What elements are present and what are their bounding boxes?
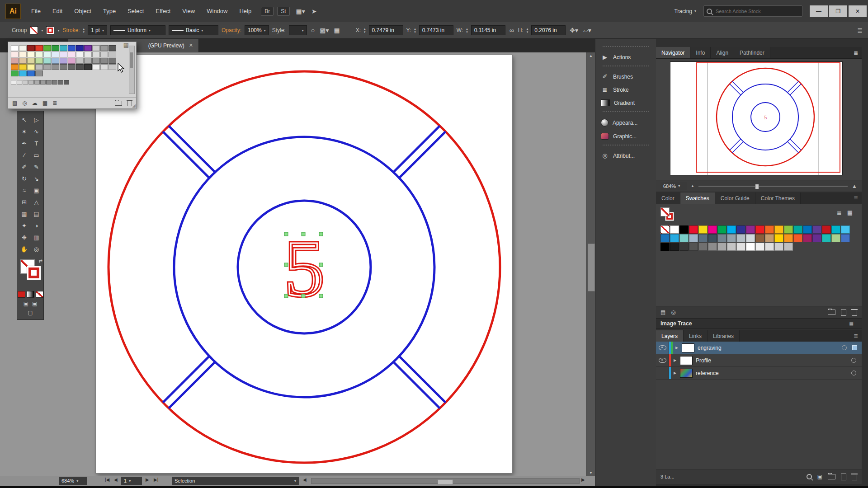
rectangle-tool[interactable]: ▭	[30, 149, 42, 161]
popup-options-icon[interactable]: ▦	[123, 42, 129, 48]
swatch[interactable]	[92, 52, 100, 57]
new-sublayer-icon[interactable]	[828, 474, 835, 479]
swatch[interactable]	[679, 234, 689, 242]
swatch[interactable]	[774, 225, 783, 234]
shear-icon[interactable]: ▱▾	[583, 27, 591, 34]
swatch[interactable]	[736, 225, 745, 234]
zoom-level-select[interactable]: 684%▾	[59, 477, 87, 485]
color-button[interactable]	[18, 291, 25, 298]
delete-swatch-icon[interactable]	[127, 101, 132, 106]
layer-target-icon[interactable]	[851, 371, 856, 375]
swatch[interactable]	[76, 45, 84, 51]
transform-options-icon[interactable]: ✥▾	[570, 27, 578, 34]
swatch[interactable]	[52, 58, 59, 64]
zoom-in-icon[interactable]: ▲	[852, 183, 857, 189]
popup-scrollbar-thumb[interactable]	[130, 52, 133, 68]
list-view-icon[interactable]: ≣	[837, 209, 842, 216]
swatch[interactable]	[43, 64, 51, 70]
menu-window[interactable]: Window	[201, 8, 233, 14]
swatch[interactable]	[92, 58, 100, 64]
swatches-tab-color-themes[interactable]: Color Themes	[755, 192, 801, 204]
swatch[interactable]	[774, 243, 783, 251]
swatch[interactable]	[40, 80, 46, 84]
dock-gradient[interactable]: Gradient	[595, 96, 656, 109]
color-themes-icon[interactable]: ◎	[671, 309, 675, 315]
stock-button[interactable]: St	[277, 7, 289, 16]
h-field[interactable]: 0.2076 in	[531, 25, 566, 35]
scroll-right-icon[interactable]: ▶	[581, 477, 585, 482]
fill-proxy-icon[interactable]	[660, 207, 670, 216]
stroke-weight-spinner[interactable]: ▴▾	[83, 27, 85, 33]
swatch[interactable]	[17, 80, 22, 84]
screen-mode-icon[interactable]: ▢	[28, 310, 33, 316]
swatch[interactable]	[841, 234, 850, 242]
swatch[interactable]	[76, 52, 84, 57]
scroll-down-icon[interactable]: ▾	[587, 470, 595, 475]
swatch[interactable]	[35, 64, 43, 70]
menu-edit[interactable]: Edit	[47, 8, 68, 14]
swatch[interactable]	[23, 80, 28, 84]
swatch[interactable]	[784, 225, 793, 234]
swatch[interactable]	[100, 64, 108, 70]
list-view-icon[interactable]: ≣	[52, 100, 57, 106]
swatch[interactable]	[831, 234, 840, 242]
swatch[interactable]	[19, 52, 27, 57]
new-layer-icon[interactable]	[841, 474, 846, 480]
swatch[interactable]	[52, 52, 59, 57]
swatch[interactable]	[698, 243, 708, 251]
swatch[interactable]	[43, 45, 51, 51]
swatch[interactable]	[689, 225, 698, 234]
swatches-tab-color[interactable]: Color	[656, 192, 680, 204]
swatch[interactable]	[717, 225, 726, 234]
visibility-toggle[interactable]	[656, 367, 669, 379]
swatch[interactable]	[660, 225, 670, 234]
style-select[interactable]: ▾	[289, 25, 307, 35]
layers-tab-libraries[interactable]: Libraries	[708, 330, 740, 342]
menu-select[interactable]: Select	[122, 8, 150, 14]
swatch[interactable]	[52, 80, 57, 84]
swatch[interactable]	[19, 70, 27, 76]
swatch[interactable]	[812, 225, 821, 234]
swatch[interactable]	[84, 45, 92, 51]
navigator-tab-navigator[interactable]: Navigator	[656, 47, 690, 58]
fill-color-swatch[interactable]	[30, 26, 38, 34]
new-color-group-icon[interactable]	[115, 101, 122, 106]
swatch[interactable]	[19, 58, 27, 64]
swatch[interactable]	[689, 243, 698, 251]
swatch[interactable]	[717, 234, 726, 242]
menu-type[interactable]: Type	[97, 8, 122, 14]
tab-close-icon[interactable]: ✕	[189, 42, 193, 48]
swatch[interactable]	[28, 80, 34, 84]
chevron-down-icon[interactable]: ▾	[41, 28, 43, 33]
illustrator-logo-icon[interactable]: Ai	[5, 4, 21, 19]
resize-grip-icon[interactable]: ◢	[132, 103, 136, 108]
swatch[interactable]	[52, 64, 59, 70]
menu-view[interactable]: View	[176, 8, 201, 14]
menu-help[interactable]: Help	[233, 8, 257, 14]
swatch[interactable]	[58, 80, 63, 84]
minimize-button[interactable]: —	[810, 5, 828, 17]
swatch-libraries-icon[interactable]: ▤	[660, 309, 665, 315]
column-graph-tool[interactable]: ▥	[30, 231, 42, 243]
layer-target-icon[interactable]	[842, 345, 847, 350]
swatch[interactable]	[84, 52, 92, 57]
visibility-toggle[interactable]	[656, 354, 669, 366]
recolor-artwork-icon[interactable]: ○	[311, 27, 315, 34]
layers-tab-layers[interactable]: Layers	[656, 330, 684, 342]
swatch[interactable]	[736, 234, 745, 242]
swatch[interactable]	[27, 64, 35, 70]
constrain-proportions-icon[interactable]: ∞	[509, 27, 514, 34]
fill-stroke-proxy[interactable]	[660, 207, 674, 221]
swatch[interactable]	[35, 45, 43, 51]
grid-view-icon[interactable]: ▦	[847, 209, 853, 216]
swatch[interactable]	[11, 58, 19, 64]
swatch[interactable]	[60, 58, 67, 64]
next-artboard-icon[interactable]: ▶	[146, 477, 149, 482]
swatch[interactable]	[43, 58, 51, 64]
swatch[interactable]	[736, 243, 745, 251]
cloud-libraries-icon[interactable]: ☁	[32, 100, 38, 106]
spoke[interactable]	[393, 126, 445, 178]
restore-button[interactable]: ❐	[829, 5, 847, 17]
swatch[interactable]	[746, 225, 755, 234]
navigator-tab-pathfinder[interactable]: Pathfinder	[734, 47, 770, 58]
